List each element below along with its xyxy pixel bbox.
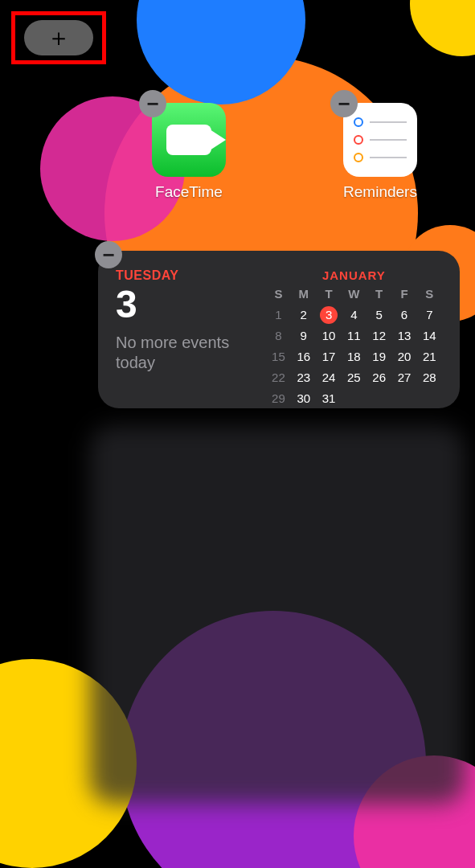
- calendar-day-name: TUESDAY: [116, 268, 266, 283]
- calendar-day-cell: 27: [391, 369, 416, 387]
- calendar-today-pane: TUESDAY 3 No more events today: [116, 268, 266, 394]
- calendar-day-cell: 23: [291, 369, 316, 387]
- calendar-day-cell: 24: [316, 369, 341, 387]
- calendar-day-cell: 2: [291, 306, 316, 324]
- calendar-day-cell: 28: [417, 369, 442, 387]
- bullet-icon: [354, 117, 363, 127]
- calendar-weekday-head: T: [366, 285, 391, 303]
- calendar-day-cell: [391, 390, 416, 407]
- calendar-day-cell: 3: [316, 306, 341, 324]
- calendar-day-number: 3: [116, 285, 266, 325]
- calendar-day-cell: 1: [266, 306, 291, 324]
- calendar-day-cell: [366, 390, 391, 407]
- calendar-weekday-head: S: [266, 285, 291, 303]
- line-icon: [370, 157, 407, 158]
- highlight-box: ＋: [11, 11, 106, 64]
- bullet-icon: [354, 153, 363, 162]
- calendar-month-name: JANUARY: [266, 268, 442, 282]
- line-icon: [370, 121, 407, 123]
- calendar-day-cell: 26: [366, 369, 391, 387]
- calendar-day-cell: 15: [266, 348, 291, 366]
- calendar-weekday-head: F: [391, 285, 416, 303]
- calendar-month-pane: JANUARY SMTWTFS1234567891011121314151617…: [266, 268, 442, 394]
- calendar-day-cell: [342, 390, 366, 407]
- calendar-day-cell: 5: [366, 306, 391, 324]
- bullet-icon: [354, 135, 363, 145]
- calendar-day-cell: 11: [342, 327, 366, 345]
- minus-icon: −: [102, 244, 114, 265]
- calendar-day-cell: 6: [391, 306, 416, 324]
- calendar-day-cell: 21: [417, 348, 442, 366]
- remove-app-badge[interactable]: −: [139, 90, 166, 117]
- video-camera-icon: [166, 125, 211, 155]
- remove-app-badge[interactable]: −: [330, 90, 358, 117]
- calendar-day-cell: 30: [291, 390, 316, 407]
- calendar-day-cell: 7: [417, 306, 442, 324]
- calendar-day-cell: 9: [291, 327, 316, 345]
- plus-icon: ＋: [47, 22, 71, 55]
- calendar-day-cell: 8: [266, 327, 291, 345]
- home-screen-edit-mode: ＋ − FaceTime − Reminders −: [0, 0, 475, 868]
- app-label: Reminders: [343, 183, 417, 201]
- wallpaper-dot: [410, 0, 475, 56]
- calendar-widget[interactable]: − TUESDAY 3 No more events today JANUARY…: [98, 251, 460, 408]
- calendar-weekday-head: W: [342, 285, 366, 303]
- calendar-day-cell: [417, 390, 442, 407]
- facetime-icon: [152, 103, 226, 177]
- calendar-today-marker: 3: [320, 306, 338, 324]
- minus-icon: −: [146, 93, 158, 114]
- calendar-day-cell: 29: [266, 390, 291, 407]
- reminders-icon: [343, 103, 417, 177]
- app-label: FaceTime: [155, 183, 223, 201]
- reminder-row-icon: [354, 117, 407, 127]
- widget-blurred[interactable]: [90, 426, 465, 804]
- app-reminders[interactable]: − Reminders: [336, 103, 424, 201]
- calendar-day-cell: 20: [391, 348, 416, 366]
- calendar-grid: SMTWTFS123456789101112131415161718192021…: [266, 285, 442, 407]
- line-icon: [370, 139, 407, 141]
- calendar-day-cell: 14: [417, 327, 442, 345]
- calendar-day-cell: 25: [342, 369, 366, 387]
- minus-icon: −: [338, 93, 350, 114]
- calendar-day-cell: 22: [266, 369, 291, 387]
- remove-widget-badge[interactable]: −: [95, 241, 122, 268]
- calendar-day-cell: 17: [316, 348, 341, 366]
- calendar-events-note: No more events today: [116, 333, 266, 373]
- calendar-day-cell: 10: [316, 327, 341, 345]
- calendar-weekday-head: S: [417, 285, 442, 303]
- calendar-weekday-head: T: [316, 285, 341, 303]
- app-facetime[interactable]: − FaceTime: [145, 103, 233, 201]
- calendar-day-cell: 18: [342, 348, 366, 366]
- calendar-day-cell: 12: [366, 327, 391, 345]
- calendar-weekday-head: M: [291, 285, 316, 303]
- calendar-day-cell: 31: [316, 390, 341, 407]
- calendar-day-cell: 16: [291, 348, 316, 366]
- reminder-row-icon: [354, 153, 407, 162]
- calendar-day-cell: 19: [366, 348, 391, 366]
- calendar-day-cell: 4: [342, 306, 366, 324]
- calendar-day-cell: 13: [391, 327, 416, 345]
- add-widget-button[interactable]: ＋: [24, 20, 93, 55]
- reminder-row-icon: [354, 135, 407, 145]
